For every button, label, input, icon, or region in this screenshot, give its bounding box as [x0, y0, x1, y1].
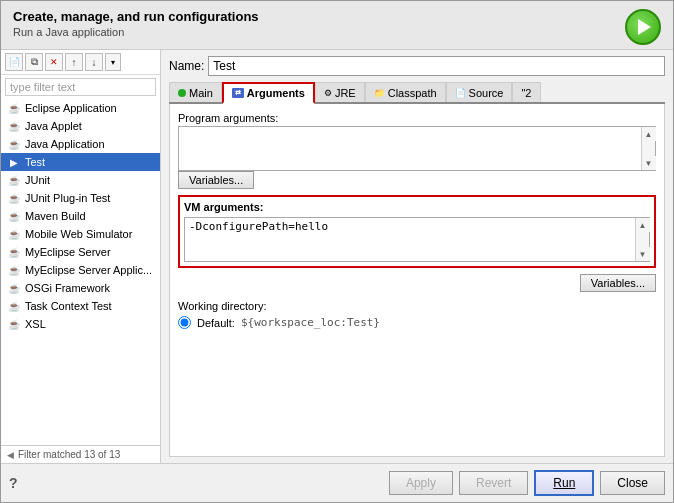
- apply-button[interactable]: Apply: [389, 471, 453, 495]
- list-item-selected[interactable]: ▶ Test: [1, 153, 160, 171]
- list-item[interactable]: ☕ Eclipse Application: [1, 99, 160, 117]
- scroll-up-icon[interactable]: ▲: [642, 127, 656, 141]
- tab-more-label: "2: [521, 87, 531, 99]
- variables-button-1[interactable]: Variables...: [178, 171, 254, 189]
- list-item[interactable]: ☕ JUnit: [1, 171, 160, 189]
- tab-classpath[interactable]: 📁 Classpath: [365, 82, 446, 102]
- vm-scroll-down-icon[interactable]: ▼: [636, 247, 650, 261]
- dialog-header-text: Create, manage, and run configurations R…: [13, 9, 259, 38]
- vm-args-textarea-wrapper: -DconfigurePath=hello ▲ ▼: [184, 217, 650, 262]
- list-item-icon: ☕: [7, 245, 21, 259]
- tab-jre-label: JRE: [335, 87, 356, 99]
- vm-args-section: VM arguments: -DconfigurePath=hello ▲ ▼: [178, 195, 656, 268]
- tab-content: Program arguments: ▲ ▼ Variables... VM a…: [169, 104, 665, 457]
- list-item-icon: ☕: [7, 281, 21, 295]
- tabs-row: Main ⇄ Arguments ⚙ JRE 📁 Classpath 📄 Sou…: [169, 82, 665, 104]
- new-config-button[interactable]: [5, 53, 23, 71]
- tab-dot-icon: [178, 89, 186, 97]
- tab-args-icon: ⇄: [232, 88, 244, 98]
- tab-main[interactable]: Main: [169, 82, 222, 102]
- list-item-label: JUnit Plug-in Test: [25, 192, 110, 204]
- vm-args-label: VM arguments:: [184, 201, 650, 213]
- name-label: Name:: [169, 59, 204, 73]
- list-item[interactable]: ☕ Java Application: [1, 135, 160, 153]
- run-icon-button[interactable]: [625, 9, 661, 45]
- list-item-icon: ☕: [7, 317, 21, 331]
- copy-config-button[interactable]: [25, 53, 43, 71]
- export-config-button[interactable]: [65, 53, 83, 71]
- bottom-bar: ? Apply Revert Run Close: [1, 463, 673, 502]
- working-dir-label: Working directory:: [178, 300, 656, 312]
- left-panel: ▾ ☕ Eclipse Application ☕ Java Applet ☕ …: [1, 50, 161, 463]
- filter-matched-text: Filter matched 13 of 13: [18, 449, 120, 460]
- default-radio-row: Default: ${workspace_loc:Test}: [178, 316, 656, 329]
- name-row: Name:: [169, 56, 665, 76]
- vm-args-textarea[interactable]: -DconfigurePath=hello: [185, 218, 635, 261]
- list-item-label: Test: [25, 156, 45, 168]
- more-config-dropdown[interactable]: ▾: [105, 53, 121, 71]
- scroll-left-icon[interactable]: ◀: [7, 450, 14, 460]
- list-item-label: MyEclipse Server: [25, 246, 111, 258]
- list-item-label: OSGi Framework: [25, 282, 110, 294]
- list-item-label: XSL: [25, 318, 46, 330]
- list-item-icon: ▶: [7, 155, 21, 169]
- working-dir-section: Working directory: Default: ${workspace_…: [178, 300, 656, 329]
- program-args-section: Program arguments: ▲ ▼ Variables...: [178, 112, 656, 189]
- tab-arguments-label: Arguments: [247, 87, 305, 99]
- list-item-icon: ☕: [7, 191, 21, 205]
- tab-source[interactable]: 📄 Source: [446, 82, 513, 102]
- list-item[interactable]: ☕ XSL: [1, 315, 160, 333]
- list-item-icon: ☕: [7, 137, 21, 151]
- list-item[interactable]: ☕ JUnit Plug-in Test: [1, 189, 160, 207]
- list-item-icon: ☕: [7, 209, 21, 223]
- name-input[interactable]: [208, 56, 665, 76]
- tab-main-label: Main: [189, 87, 213, 99]
- right-panel: Name: Main ⇄ Arguments ⚙ JRE 📁: [161, 50, 673, 463]
- list-item[interactable]: ☕ OSGi Framework: [1, 279, 160, 297]
- dialog-title: Create, manage, and run configurations: [13, 9, 259, 24]
- scroll-down-icon[interactable]: ▼: [642, 156, 656, 170]
- list-item-icon: ☕: [7, 227, 21, 241]
- delete-config-button[interactable]: [45, 53, 63, 71]
- tab-jre-icon: ⚙: [324, 88, 332, 98]
- list-item-icon: ☕: [7, 101, 21, 115]
- vm-scroll-up-icon[interactable]: ▲: [636, 218, 650, 232]
- help-button[interactable]: ?: [9, 475, 18, 491]
- dialog-header: Create, manage, and run configurations R…: [1, 1, 673, 50]
- tab-source-icon: 📄: [455, 88, 466, 98]
- program-args-textarea[interactable]: [179, 127, 641, 170]
- list-item[interactable]: ☕ MyEclipse Server: [1, 243, 160, 261]
- default-radio[interactable]: [178, 316, 191, 329]
- list-item[interactable]: ☕ MyEclipse Server Applic...: [1, 261, 160, 279]
- tab-more[interactable]: "2: [512, 82, 540, 102]
- dialog: Create, manage, and run configurations R…: [0, 0, 674, 503]
- vm-args-scrollbar: ▲ ▼: [635, 218, 649, 261]
- list-item-label: MyEclipse Server Applic...: [25, 264, 152, 276]
- list-item[interactable]: ☕ Task Context Test: [1, 297, 160, 315]
- list-item-label: Mobile Web Simulator: [25, 228, 132, 240]
- list-item[interactable]: ☕ Java Applet: [1, 117, 160, 135]
- tab-source-label: Source: [469, 87, 504, 99]
- list-item[interactable]: ☕ Maven Build: [1, 207, 160, 225]
- list-item-icon: ☕: [7, 299, 21, 313]
- default-radio-label: Default:: [197, 317, 235, 329]
- list-item[interactable]: ☕ Mobile Web Simulator: [1, 225, 160, 243]
- list-item-label: Java Applet: [25, 120, 82, 132]
- default-workspace-value: ${workspace_loc:Test}: [241, 316, 380, 329]
- tab-classpath-label: Classpath: [388, 87, 437, 99]
- dialog-body: ▾ ☕ Eclipse Application ☕ Java Applet ☕ …: [1, 50, 673, 463]
- filter-input[interactable]: [5, 78, 156, 96]
- revert-button[interactable]: Revert: [459, 471, 528, 495]
- tab-arguments[interactable]: ⇄ Arguments: [222, 82, 315, 104]
- list-item-icon: ☕: [7, 119, 21, 133]
- run-triangle-icon: [638, 19, 651, 35]
- variables-button-2[interactable]: Variables...: [580, 274, 656, 292]
- left-toolbar: ▾: [1, 50, 160, 75]
- dialog-subtitle: Run a Java application: [13, 26, 259, 38]
- close-button[interactable]: Close: [600, 471, 665, 495]
- list-item-label: JUnit: [25, 174, 50, 186]
- tab-jre[interactable]: ⚙ JRE: [315, 82, 365, 102]
- import-config-button[interactable]: [85, 53, 103, 71]
- run-button[interactable]: Run: [534, 470, 594, 496]
- left-footer: ◀ Filter matched 13 of 13: [1, 445, 160, 463]
